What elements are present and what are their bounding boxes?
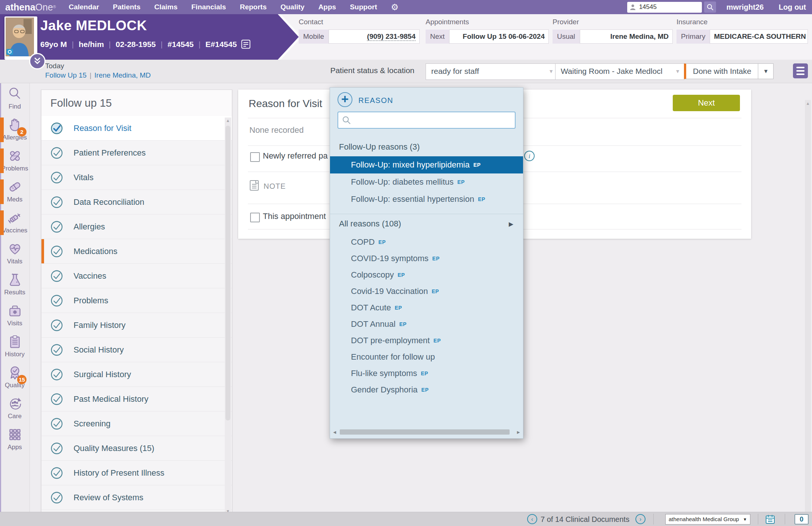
collapse-banner-button[interactable]: [29, 53, 46, 69]
search-button[interactable]: [704, 1, 716, 13]
rail-item-problems[interactable]: Problems: [0, 148, 29, 179]
checklist-item[interactable]: Quality Measures (15): [41, 436, 232, 461]
reason-option[interactable]: Follow-Up: mixed hyperlipidemia EP: [330, 156, 523, 173]
add-reason-label[interactable]: REASON: [358, 96, 393, 105]
info-icon[interactable]: i: [524, 151, 535, 161]
usual-provider-value[interactable]: Irene Medina, MD: [580, 29, 673, 44]
checklist-item-label: Surgical History: [74, 370, 131, 379]
notification-counter[interactable]: 0: [794, 514, 809, 525]
organization-select[interactable]: athenahealth Medical Group ▼: [665, 514, 750, 525]
patient-status-select[interactable]: ready for staff▼: [426, 63, 558, 80]
done-with-intake-dropdown[interactable]: ▼: [758, 63, 774, 79]
next-appt-value[interactable]: Follow Up 15 06-06-2024: [449, 29, 549, 44]
reason-option[interactable]: COVID-19 symptoms EP: [330, 250, 523, 267]
nav-item-reports[interactable]: Reports: [240, 3, 267, 11]
reason-option[interactable]: DOT Annual EP: [330, 316, 523, 332]
username[interactable]: mwright26: [727, 3, 764, 12]
rail-item-find[interactable]: Find: [0, 86, 29, 117]
note-label[interactable]: NOTE: [264, 182, 286, 191]
rail-item-vaccines[interactable]: Vaccines: [0, 210, 29, 241]
encounter-provider-link[interactable]: Irene Medina, MD: [94, 71, 151, 79]
reason-search-input[interactable]: [337, 112, 516, 129]
nav-item-apps[interactable]: Apps: [318, 3, 336, 11]
rail-item-label: Problems: [1, 165, 28, 172]
scrollbar-thumb[interactable]: [340, 429, 510, 435]
main-vertical-scrollbar[interactable]: ▲: [805, 100, 811, 512]
nav-item-financials[interactable]: Financials: [192, 3, 226, 11]
rail-item-care[interactable]: Care: [0, 395, 29, 426]
rail-item-meds[interactable]: Meds: [0, 179, 29, 210]
checklist-item[interactable]: Medications: [41, 239, 232, 264]
nav-item-claims[interactable]: Claims: [154, 3, 177, 11]
calendar-button[interactable]: [765, 514, 775, 526]
this-appointment-checkbox[interactable]: [250, 213, 260, 222]
checklist-item[interactable]: Patient Preferences: [41, 141, 232, 165]
add-reason-plus-icon[interactable]: +: [337, 92, 352, 107]
next-document-button[interactable]: ›: [635, 514, 645, 524]
nav-item-calendar[interactable]: Calendar: [69, 3, 99, 11]
rail-item-apps[interactable]: Apps: [0, 426, 29, 457]
checklist-item[interactable]: Vitals: [41, 165, 232, 190]
reason-option[interactable]: Covid-19 Vaccination EP: [330, 283, 523, 300]
global-search-input[interactable]: [638, 3, 692, 11]
scroll-up-arrow[interactable]: ▲: [805, 101, 811, 106]
checklist-item[interactable]: History of Present Illness: [41, 461, 232, 485]
patient-header: Jake MEDLOCK 69yo M he/him 02-28-1955 #1…: [0, 14, 812, 60]
patient-photo[interactable]: [4, 16, 37, 60]
reason-option[interactable]: DOT pre-employment EP: [330, 332, 523, 349]
scroll-up-arrow[interactable]: ▲: [225, 118, 231, 123]
next-button[interactable]: Next: [673, 95, 740, 111]
rail-item-results[interactable]: Results: [0, 272, 29, 303]
note-icon[interactable]: [241, 40, 251, 49]
rail-item-allergies[interactable]: 2 Allergies: [0, 117, 29, 148]
menu-button[interactable]: [793, 63, 808, 78]
logout-link[interactable]: Log out: [779, 3, 806, 12]
nav-item-quality[interactable]: Quality: [280, 3, 304, 11]
done-with-intake-button[interactable]: Done with Intake: [684, 63, 758, 79]
rail-item-visits[interactable]: Visits: [0, 303, 29, 334]
checklist-item-label: Problems: [74, 296, 108, 306]
encounter-link[interactable]: Follow Up 15: [45, 71, 87, 79]
rail-item-vitals[interactable]: Vitals: [0, 241, 29, 272]
checklist-item[interactable]: Review of Systems: [41, 485, 232, 510]
checklist-item[interactable]: Allergies: [41, 215, 232, 239]
athenaone-logo[interactable]: athenaOne®: [5, 2, 56, 13]
checklist-item[interactable]: Surgical History: [41, 362, 232, 387]
reason-option[interactable]: Colposcopy EP: [330, 267, 523, 283]
global-search-box[interactable]: [627, 2, 702, 13]
expand-right-arrow-icon[interactable]: ▶: [509, 220, 513, 228]
mobile-value[interactable]: (909) 231-9854: [329, 29, 420, 44]
reason-option[interactable]: DOT Acute EP: [330, 300, 523, 316]
checklist-item[interactable]: Past Medical History: [41, 387, 232, 411]
checklist-item[interactable]: Problems: [41, 288, 232, 313]
ep-tag: EP: [379, 239, 386, 245]
reason-option[interactable]: Encounter for follow up EP: [330, 349, 523, 365]
reason-option[interactable]: Follow-Up: essential hypertension EP: [330, 191, 523, 208]
scroll-right-arrow[interactable]: ►: [516, 429, 521, 435]
previous-document-button[interactable]: ‹: [527, 514, 537, 524]
checklist-item[interactable]: Data Reconciliation: [41, 190, 232, 215]
rail-item-quality[interactable]: 15 Quality: [0, 364, 29, 395]
rail-item-history[interactable]: History: [0, 334, 29, 364]
newly-referred-checkbox[interactable]: [250, 152, 260, 162]
reason-option[interactable]: Flu-like symptoms EP: [330, 365, 523, 382]
settings-gear-icon[interactable]: ⚙: [391, 2, 399, 12]
patient-location-select[interactable]: Waiting Room - Jake Medlocl▼: [555, 63, 684, 80]
scrollbar-thumb[interactable]: [225, 126, 230, 420]
primary-insurance-value[interactable]: MEDICARE-CA SOUTHERN (...: [710, 29, 808, 44]
checklist-item[interactable]: Reason for Visit: [41, 116, 232, 141]
checklist-item[interactable]: Family History: [41, 313, 232, 338]
all-reasons-group-label[interactable]: All reasons (108): [339, 219, 401, 229]
nav-item-patients[interactable]: Patients: [113, 3, 140, 11]
reason-option[interactable]: Follow-Up: diabetes mellitus EP: [330, 173, 523, 191]
checklist-item[interactable]: Screening: [41, 411, 232, 436]
checklist-item[interactable]: Vaccines: [41, 264, 232, 288]
checklist-scrollbar[interactable]: ▲ ▼: [225, 118, 231, 514]
reason-option[interactable]: Gender Dysphoria EP: [330, 382, 523, 398]
checklist-item[interactable]: Social History: [41, 338, 232, 362]
dropdown-horizontal-scrollbar[interactable]: ◄ ►: [332, 429, 522, 435]
reason-option[interactable]: COPD EP: [330, 234, 523, 250]
nav-item-support[interactable]: Support: [350, 3, 377, 11]
scroll-left-arrow[interactable]: ◄: [332, 429, 337, 435]
patient-encounter-id: E#14545: [194, 40, 237, 49]
